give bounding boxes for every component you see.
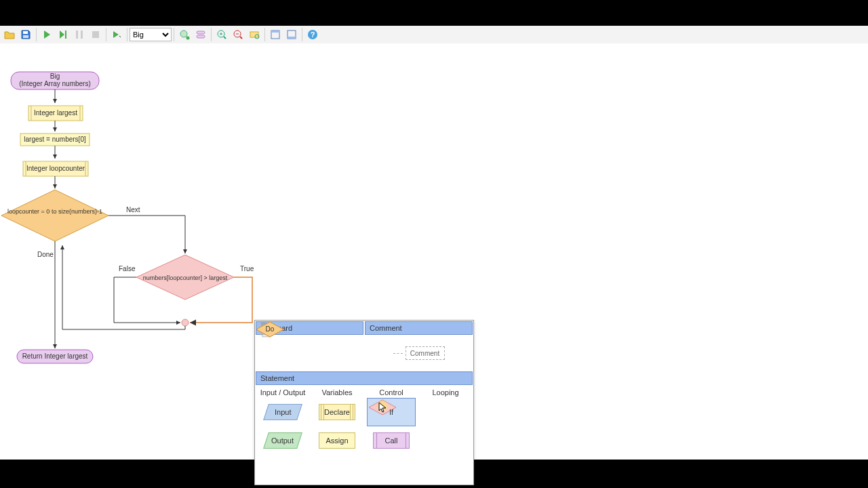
do-shape[interactable]: Do	[431, 460, 460, 478]
input-shape[interactable]: Input	[263, 404, 302, 420]
svg-text:Big: Big	[50, 73, 60, 80]
step-icon[interactable]	[56, 27, 71, 42]
svg-text:Integer loopcounter: Integer loopcounter	[26, 165, 85, 172]
call-shape[interactable]: Call	[373, 432, 410, 449]
svg-text:Return Integer largest: Return Integer largest	[22, 352, 88, 360]
play-icon[interactable]	[39, 27, 54, 42]
zoom-fit-icon[interactable]	[247, 27, 262, 42]
flowchart-canvas[interactable]: Big (Integer Array numbers) Integer larg…	[0, 43, 868, 460]
svg-rect-15	[271, 30, 279, 33]
col-io: Input / Output	[256, 388, 309, 396]
for-next-label: Next	[126, 206, 140, 214]
svg-rect-17	[288, 37, 296, 39]
open-icon[interactable]	[2, 27, 17, 42]
svg-text:Do: Do	[266, 325, 275, 333]
assign-largest-node[interactable]: largest = numbers[0]	[20, 134, 90, 146]
edit-function-icon[interactable]	[193, 27, 208, 42]
help-icon[interactable]: ?	[305, 27, 320, 42]
svg-point-6	[180, 30, 187, 37]
for-shape[interactable]: For	[431, 432, 460, 449]
zoom-out-icon[interactable]	[231, 27, 245, 42]
speed-icon[interactable]	[109, 27, 124, 42]
palette-clipboard-section	[255, 336, 364, 371]
output-shape[interactable]: Output	[263, 432, 302, 449]
svg-marker-37	[1, 190, 108, 241]
return-node[interactable]: Return Integer largest	[17, 350, 93, 363]
video-frame: Big ? Big (Integer Array numbers)	[0, 0, 868, 488]
col-vars: Variables	[311, 388, 363, 396]
svg-rect-2	[65, 30, 66, 39]
layout2-icon[interactable]	[284, 27, 299, 42]
layout1-icon[interactable]	[268, 27, 283, 42]
svg-text:numbers[loopcounter] > largest: numbers[loopcounter] > largest	[143, 274, 228, 281]
zoom-in-icon[interactable]	[214, 27, 229, 42]
while-shape[interactable]: While	[431, 403, 460, 421]
svg-text:Integer largest: Integer largest	[34, 109, 77, 117]
app-window: Big ? Big (Integer Array numbers)	[0, 26, 868, 460]
shape-palette: Clipboard Comment Comment Statement Inpu…	[254, 320, 474, 485]
svg-rect-8	[197, 31, 205, 34]
col-ctrl: Control	[365, 388, 418, 396]
palette-statement-grid: Input / Output Variables Control Looping…	[255, 386, 473, 485]
svg-point-7	[186, 37, 190, 40]
for-node[interactable]: loopcounter = 0 to size(numbers)-1	[1, 190, 108, 241]
for-done-label: Done	[37, 251, 54, 258]
stop-icon[interactable]	[88, 27, 103, 42]
cursor-icon	[378, 402, 388, 413]
comment-shape[interactable]: Comment	[406, 346, 445, 360]
start-node[interactable]: Big (Integer Array numbers)	[11, 72, 99, 89]
palette-comment-section: Comment	[364, 336, 473, 371]
declare-loopcounter-node[interactable]: Integer loopcounter	[23, 161, 88, 176]
svg-rect-1	[23, 35, 28, 38]
function-select[interactable]: Big	[130, 28, 172, 41]
svg-text:(Integer Array numbers): (Integer Array numbers)	[19, 80, 91, 87]
declare-shape[interactable]: Declare	[319, 404, 355, 420]
assign-shape[interactable]: Assign	[319, 432, 355, 449]
svg-text:?: ?	[311, 30, 315, 39]
palette-comment-header: Comment	[365, 321, 473, 335]
svg-rect-9	[197, 35, 205, 38]
svg-text:loopcounter = 0 to size(number: loopcounter = 0 to size(numbers)-1	[7, 208, 102, 215]
svg-rect-4	[81, 30, 83, 39]
connector-node[interactable]	[182, 319, 189, 326]
svg-rect-0	[23, 31, 28, 34]
col-loop: Looping	[419, 388, 472, 396]
add-function-icon[interactable]	[177, 27, 192, 42]
svg-rect-3	[76, 30, 78, 39]
svg-text:largest = numbers[0]: largest = numbers[0]	[24, 136, 86, 143]
if-node[interactable]: numbers[loopcounter] > largest	[136, 255, 234, 300]
if-false-label: False	[119, 265, 136, 272]
declare-largest-node[interactable]: Integer largest	[28, 106, 83, 121]
if-true-label: True	[240, 265, 254, 272]
toolbar: Big ?	[0, 26, 868, 44]
palette-statement-header: Statement	[256, 371, 473, 385]
pause-icon[interactable]	[72, 27, 87, 42]
svg-rect-5	[92, 31, 99, 38]
save-icon[interactable]	[18, 27, 33, 42]
if-shape[interactable]: If	[367, 398, 416, 426]
